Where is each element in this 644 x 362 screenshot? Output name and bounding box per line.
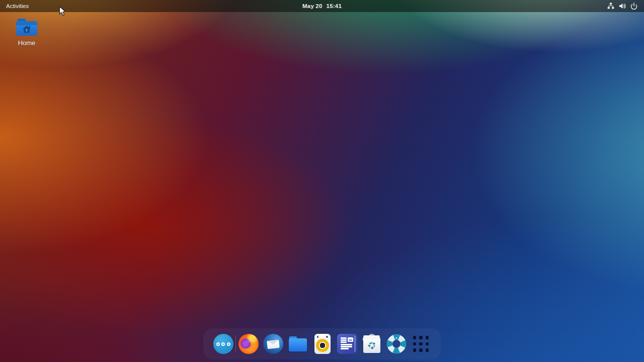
top-bar: Activities May 20 15:41 [0,0,644,12]
power-icon [630,2,638,10]
libreoffice-writer-icon [337,334,357,354]
dock-item-three-dots-app[interactable] [213,334,233,354]
files-icon [288,334,308,354]
dock-item-help[interactable] [386,334,407,354]
volume-icon [618,2,626,10]
dock-item-files[interactable] [288,334,308,354]
clock-time: 15:41 [327,3,342,9]
dock-item-ubuntu-software[interactable] [362,334,382,354]
mouse-cursor [59,6,66,17]
dock-item-show-applications[interactable] [411,334,431,354]
desktop-wallpaper[interactable]: Home [0,0,644,362]
show-applications-icon [413,336,429,352]
activities-button[interactable]: Activities [0,0,35,12]
help-lifebuoy-icon [386,334,407,354]
home-folder-icon [16,19,37,36]
network-wired-icon [607,2,615,10]
dock-separator [235,335,236,352]
rhythmbox-icon [314,334,331,354]
house-glyph-icon [22,25,32,34]
dock-item-rhythmbox[interactable] [312,334,333,354]
dock [203,328,441,359]
dock-item-libreoffice-writer[interactable] [337,334,357,354]
thunderbird-icon [263,334,283,354]
desktop-icon-home[interactable]: Home [10,19,43,47]
dock-item-thunderbird[interactable] [263,334,283,354]
system-status-area[interactable] [604,0,641,12]
dock-item-firefox[interactable] [238,334,259,354]
clock-date: May 20 [302,3,323,9]
desktop-icon-label: Home [18,39,36,47]
ubuntu-software-icon [362,334,382,354]
clock-button[interactable]: May 20 15:41 [302,3,342,9]
three-dots-app-icon [213,334,233,354]
firefox-icon [238,334,259,354]
